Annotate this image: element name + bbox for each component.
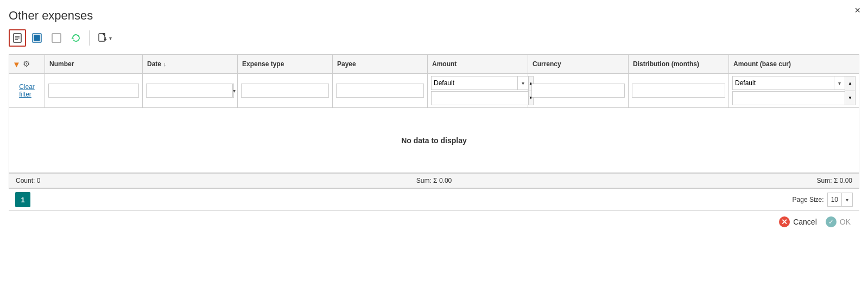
footer-sum: Sum: Σ 0.00 [295, 177, 574, 184]
data-table: ▼ ⚙ Number Date ↓ Expense type Payee Amo… [9, 54, 859, 189]
amount-base-default-input[interactable] [733, 76, 834, 90]
new-button[interactable] [9, 29, 26, 47]
toolbar: ▾ [9, 29, 859, 47]
amount-base-spinners: ▲ ▼ [845, 76, 856, 105]
ok-button[interactable]: ✓ OK [826, 216, 851, 227]
page-size-area: Page Size: 10 ▾ [793, 193, 853, 207]
amount-base-left: ▾ [732, 76, 845, 105]
svg-rect-5 [34, 35, 40, 41]
amount-base-filter-combined: ▾ ▲ ▼ [732, 76, 856, 105]
page-size-label: Page Size: [793, 196, 824, 203]
refresh-button[interactable] [67, 29, 85, 47]
filter-payee [333, 74, 428, 107]
col-header-currency: Currency [528, 55, 629, 73]
toolbar-divider [89, 30, 90, 46]
filter-date-wrap: ▾ [146, 84, 234, 98]
amount-base-default-select: ▾ [732, 76, 845, 90]
header-filter-icons: ▼ ⚙ [9, 55, 45, 73]
table-footer: Count: 0 Sum: Σ 0.00 Sum: Σ 0.00 [9, 173, 859, 188]
filter-date: ▾ [143, 74, 238, 107]
no-data-message: No data to display [401, 136, 467, 145]
filter-row: Clearfilter ▾ [9, 74, 859, 108]
amount-base-spin-up[interactable]: ▲ [845, 76, 855, 91]
filter-currency-input[interactable] [531, 84, 625, 98]
cancel-button[interactable]: ✕ Cancel [779, 216, 817, 227]
settings-icon[interactable]: ⚙ [23, 59, 30, 69]
amount-default-input[interactable] [432, 76, 517, 90]
footer-sum-base: Sum: Σ 0.00 [573, 177, 852, 184]
select-all-button[interactable] [28, 29, 46, 47]
sort-arrow-date: ↓ [163, 61, 167, 67]
amount-left: ▾ [431, 76, 529, 105]
page-1-button[interactable]: 1 [15, 192, 30, 207]
col-header-amount-base: Amount (base cur) [729, 55, 859, 73]
page-size-dropdown[interactable]: ▾ [841, 193, 852, 206]
amount-default-select: ▾ [431, 76, 529, 90]
other-expenses-dialog: × Other expenses [0, 0, 868, 281]
filter-payee-input[interactable] [336, 84, 424, 98]
col-header-expense-type: Expense type [238, 55, 333, 73]
filter-date-input[interactable] [147, 84, 232, 97]
col-header-number: Number [45, 55, 143, 73]
cancel-label: Cancel [793, 218, 817, 226]
filter-expense-type-input[interactable] [241, 84, 329, 98]
amount-base-default-dropdown[interactable]: ▾ [834, 76, 845, 90]
amount-base-value-input[interactable] [732, 91, 845, 105]
filter-date-dropdown[interactable]: ▾ [232, 84, 236, 97]
filter-amount-base: ▾ ▲ ▼ [729, 74, 859, 107]
clear-filter-link[interactable]: Clearfilter [19, 83, 35, 98]
page-size-value: 10 [828, 196, 841, 203]
amount-value-input[interactable] [431, 91, 529, 105]
filter-amount: ▾ ▲ ▼ [428, 74, 528, 107]
filter-number-input[interactable] [48, 84, 139, 98]
filter-distribution-input[interactable] [632, 84, 725, 98]
page-size-select: 10 ▾ [827, 193, 853, 207]
col-header-distribution: Distribution (months) [629, 55, 729, 73]
amount-base-spin-down[interactable]: ▼ [845, 91, 855, 105]
filter-number [45, 74, 143, 107]
filter-expense-type [238, 74, 333, 107]
ok-label: OK [840, 218, 851, 226]
col-header-amount: Amount [428, 55, 528, 73]
ok-icon: ✓ [826, 216, 837, 227]
table-header: ▼ ⚙ Number Date ↓ Expense type Payee Amo… [9, 55, 859, 74]
deselect-button[interactable] [48, 29, 65, 47]
export-dropdown-arrow[interactable]: ▾ [109, 35, 112, 41]
col-header-date[interactable]: Date ↓ [143, 55, 238, 73]
dialog-buttons: ✕ Cancel ✓ OK [9, 211, 859, 231]
svg-rect-6 [52, 34, 61, 42]
table-data-area: No data to display [9, 108, 859, 173]
dialog-title: Other expenses [9, 9, 859, 23]
export-button[interactable]: ▾ [94, 30, 115, 46]
filter-icon[interactable]: ▼ [12, 60, 21, 69]
pagination-row: 1 Page Size: 10 ▾ [9, 189, 859, 211]
clear-filter-cell: Clearfilter [9, 74, 45, 107]
close-button[interactable]: × [854, 5, 860, 15]
col-header-payee: Payee [333, 55, 428, 73]
amount-default-dropdown[interactable]: ▾ [517, 76, 528, 90]
filter-currency [528, 74, 629, 107]
footer-count: Count: 0 [16, 177, 295, 184]
amount-filter-combined: ▾ ▲ ▼ [431, 76, 524, 105]
cancel-icon: ✕ [779, 216, 790, 227]
filter-distribution [629, 74, 729, 107]
